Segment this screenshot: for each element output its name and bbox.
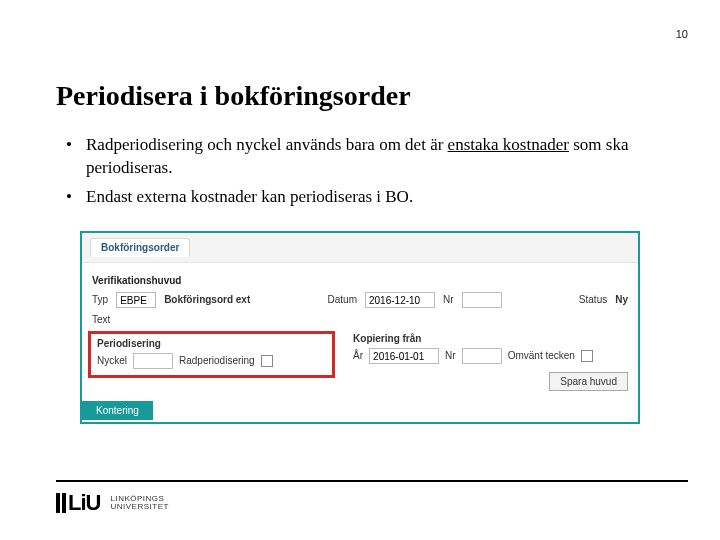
bullet-list: Radperiodisering och nyckel används bara… xyxy=(64,134,664,209)
kopiering-box: Kopiering från År 2016-01-01 Nr Omvänt t… xyxy=(353,331,628,391)
heading-kopiering: Kopiering från xyxy=(353,333,628,344)
checkbox-omvant[interactable] xyxy=(581,350,593,362)
input-nr[interactable] xyxy=(462,292,502,308)
input-nyckel[interactable] xyxy=(133,353,173,369)
heading-periodisering: Periodisering xyxy=(97,338,326,349)
bullet-item: Radperiodisering och nyckel används bara… xyxy=(64,134,664,180)
section-verifikationshuvud: Verifikationshuvud xyxy=(92,275,628,286)
row-typ: Typ EBPE Bokföringsord ext Datum 2016-12… xyxy=(92,292,628,308)
row-nyckel: Nyckel Radperiodisering xyxy=(97,353,326,369)
tab-bar: Bokföringsorder xyxy=(82,233,638,263)
input-ar[interactable]: 2016-01-01 xyxy=(369,348,439,364)
logo-icon: LiU xyxy=(56,490,100,516)
slide-content: Periodisera i bokföringsorder Radperiodi… xyxy=(0,0,720,424)
label-nyckel: Nyckel xyxy=(97,355,127,366)
label-ar: År xyxy=(353,350,363,361)
slide-title: Periodisera i bokföringsorder xyxy=(56,80,664,112)
periodisering-box: Periodisering Nyckel Radperiodisering xyxy=(88,331,335,378)
checkbox-radperiodisering[interactable] xyxy=(261,355,273,367)
label-typ-desc: Bokföringsord ext xyxy=(164,294,250,305)
row-kopiering: År 2016-01-01 Nr Omvänt tecken xyxy=(353,348,628,364)
app-screenshot: Bokföringsorder Verifikationshuvud Typ E… xyxy=(80,231,640,424)
label-text: Text xyxy=(92,314,110,325)
logo-line2: UNIVERSITET xyxy=(110,503,168,511)
label-status: Status xyxy=(579,294,607,305)
input-nr2[interactable] xyxy=(462,348,502,364)
tab-bokforingsorder[interactable]: Bokföringsorder xyxy=(90,238,190,257)
label-radperiodisering: Radperiodisering xyxy=(179,355,255,366)
save-button[interactable]: Spara huvud xyxy=(549,372,628,391)
bullet-text: Endast externa kostnader kan periodisera… xyxy=(86,187,413,206)
input-typ[interactable]: EBPE xyxy=(116,292,156,308)
footer: LiU LINKÖPINGS UNIVERSITET xyxy=(56,480,688,516)
bullet-underline: enstaka kostnader xyxy=(448,135,569,154)
label-nr2: Nr xyxy=(445,350,456,361)
bullet-text: Radperiodisering och nyckel används bara… xyxy=(86,135,448,154)
bullet-item: Endast externa kostnader kan periodisera… xyxy=(64,186,664,209)
row-text: Text xyxy=(92,314,628,325)
input-datum[interactable]: 2016-12-10 xyxy=(365,292,435,308)
page-number: 10 xyxy=(676,28,688,40)
tab-kontering[interactable]: Kontering xyxy=(82,401,153,420)
columns: Periodisering Nyckel Radperiodisering Ko… xyxy=(92,331,628,391)
form-panel: Verifikationshuvud Typ EBPE Bokföringsor… xyxy=(82,263,638,422)
logo-text: LINKÖPINGS UNIVERSITET xyxy=(110,495,168,512)
label-datum: Datum xyxy=(328,294,357,305)
label-typ: Typ xyxy=(92,294,108,305)
label-nr: Nr xyxy=(443,294,454,305)
save-row: Spara huvud xyxy=(353,372,628,391)
value-status: Ny xyxy=(615,294,628,305)
label-omvant: Omvänt tecken xyxy=(508,350,575,361)
